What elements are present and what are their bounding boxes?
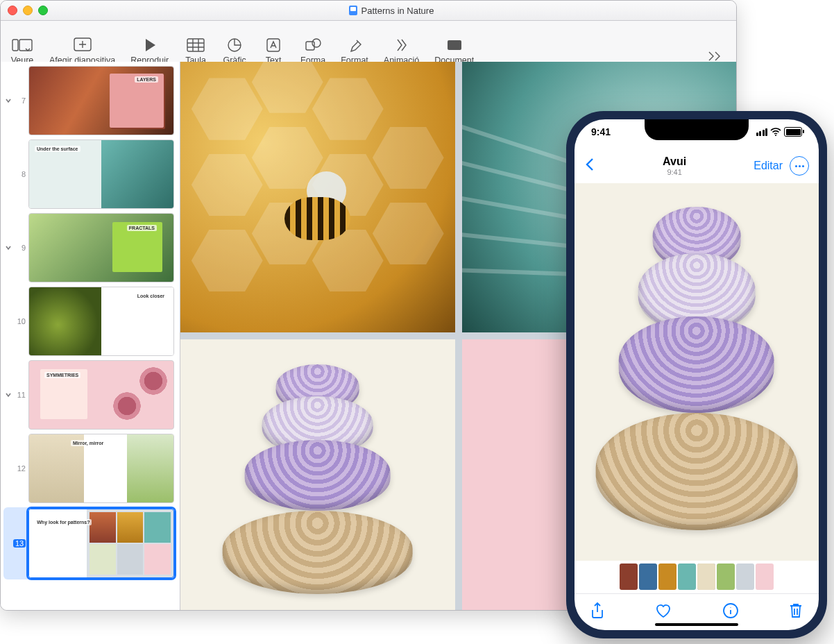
canvas-image-honeycomb[interactable] (180, 62, 455, 332)
photo-viewer[interactable] (575, 183, 819, 561)
view-button[interactable]: Veure (10, 36, 34, 65)
svg-rect-3 (187, 39, 204, 51)
disclosure-icon[interactable] (5, 244, 12, 251)
edit-button[interactable]: Editar (754, 160, 783, 172)
animation-button[interactable]: Animació (384, 36, 419, 65)
strip-thumbnail[interactable] (756, 564, 774, 590)
home-indicator[interactable] (655, 623, 738, 626)
document-button[interactable]: Document (434, 36, 474, 65)
zoom-window-button[interactable] (38, 6, 48, 15)
text-button[interactable]: Text (262, 36, 285, 65)
iphone-notch (645, 119, 749, 140)
strip-thumbnail[interactable] (697, 564, 715, 590)
strip-thumbnail[interactable] (678, 564, 696, 590)
svg-point-9 (775, 135, 776, 136)
canvas-image-urchin-stack[interactable] (180, 339, 455, 610)
slide-navigator[interactable]: 7 LAYERS 8 Under the surface 9 FRACTALS … (1, 62, 180, 610)
chart-icon (223, 36, 246, 54)
strip-thumbnail[interactable] (736, 564, 754, 590)
strip-thumbnail[interactable] (658, 564, 676, 590)
table-icon (184, 36, 207, 54)
status-time: 9:41 (591, 126, 611, 137)
chart-button[interactable]: Gràfic (223, 36, 246, 65)
svg-rect-0 (12, 40, 18, 51)
svg-rect-8 (448, 40, 461, 50)
slide-thumbnail-12[interactable]: 12 Mirror, mirror (5, 434, 174, 503)
view-icon (10, 36, 34, 54)
slide-thumbnail-10[interactable]: 10 Look closer (5, 287, 174, 356)
add-slide-button[interactable]: Afegir diapositiva (49, 36, 115, 65)
traffic-lights (8, 6, 48, 15)
shape-icon (301, 36, 325, 54)
battery-icon (784, 127, 802, 137)
play-icon (138, 36, 162, 54)
text-icon (262, 36, 285, 54)
slide-thumbnail-11[interactable]: 11 SYMMETRIES (5, 360, 174, 430)
favorite-button[interactable] (654, 602, 672, 622)
window-title: Patterns in Nature (53, 6, 729, 16)
shape-button[interactable]: Forma (300, 36, 325, 65)
delete-button[interactable] (788, 602, 803, 622)
document-settings-icon (443, 36, 466, 54)
slide-thumbnail-13[interactable]: 13 Why look for patterns? (3, 507, 176, 579)
play-button[interactable]: Reproduir (130, 36, 169, 65)
format-button[interactable]: Format (341, 36, 368, 65)
strip-thumbnail[interactable] (620, 564, 638, 590)
photos-nav-bar: Avui 9:41 Editar (575, 150, 819, 182)
table-button[interactable]: Taula (184, 36, 207, 65)
strip-thumbnail[interactable] (717, 564, 735, 590)
titlebar[interactable]: Patterns in Nature (1, 1, 736, 21)
more-button[interactable] (790, 156, 809, 176)
minimize-window-button[interactable] (23, 6, 33, 15)
strip-thumbnail[interactable] (639, 564, 657, 590)
disclosure-icon[interactable] (5, 391, 12, 398)
back-button[interactable] (584, 157, 595, 175)
document-icon (349, 6, 357, 15)
info-button[interactable] (722, 602, 739, 622)
format-icon (343, 36, 366, 54)
signal-icon (756, 128, 768, 136)
share-button[interactable] (590, 602, 605, 622)
slide-thumbnail-8[interactable]: 8 Under the surface (5, 139, 174, 209)
document-title: Patterns in Nature (361, 6, 434, 16)
disclosure-icon[interactable] (5, 97, 12, 104)
photo-thumbnail-strip[interactable] (575, 564, 819, 591)
iphone-device: 9:41 Avui 9:41 Editar (566, 111, 827, 638)
wifi-icon (770, 128, 781, 136)
photos-title: Avui 9:41 (663, 155, 686, 176)
slide-thumbnail-7[interactable]: 7 LAYERS (5, 66, 174, 135)
svg-point-7 (312, 39, 321, 47)
close-window-button[interactable] (8, 6, 17, 15)
animation-icon (390, 36, 414, 54)
plus-icon (71, 36, 94, 54)
slide-thumbnail-9[interactable]: 9 FRACTALS (5, 213, 174, 282)
